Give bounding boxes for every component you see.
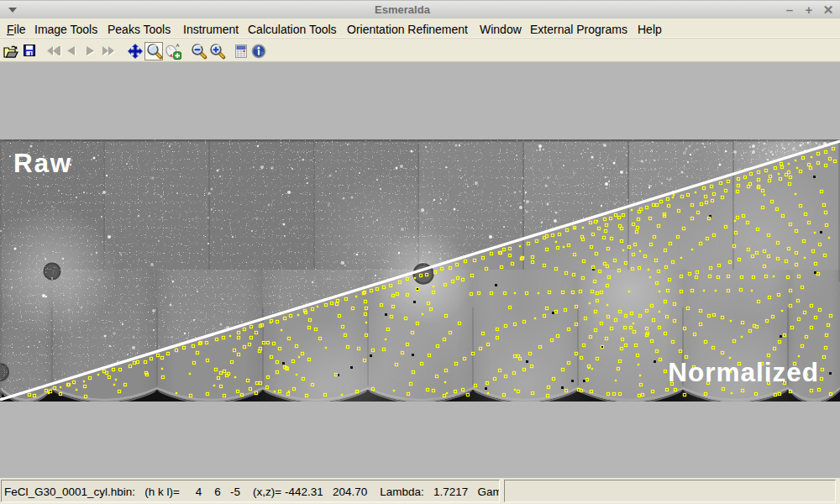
svg-text:Raw: Raw <box>13 148 72 178</box>
svg-text:Normalized: Normalized <box>668 357 819 387</box>
